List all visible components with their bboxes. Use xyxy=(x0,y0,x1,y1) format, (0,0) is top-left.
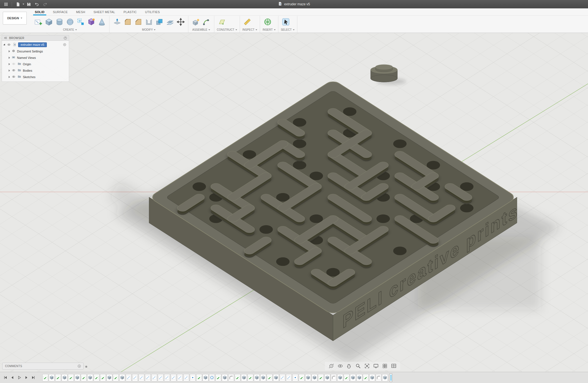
timeline-feature-sketch-36[interactable] xyxy=(267,374,273,381)
measure-tool-button[interactable] xyxy=(242,16,252,27)
browser-row-document-settings[interactable]: Document Settings xyxy=(2,48,69,54)
group-label-select[interactable]: SELECT xyxy=(281,27,295,32)
tab-mesh[interactable]: MESH xyxy=(72,8,89,15)
timeline-feature-extrude-13[interactable] xyxy=(119,374,125,381)
timeline-feature-construction-39[interactable] xyxy=(286,374,292,381)
timeline-feature-extrude-11[interactable] xyxy=(106,374,112,381)
tab-solid[interactable]: SOLID xyxy=(31,8,49,15)
play-button[interactable] xyxy=(16,375,22,381)
expand-triangle-icon[interactable] xyxy=(9,57,10,59)
timeline-feature-fillet-46[interactable] xyxy=(331,374,337,381)
timeline-feature-point-40[interactable] xyxy=(292,374,298,381)
group-label-construct[interactable]: CONSTRUCT xyxy=(217,27,237,32)
timeline-feature-sketch-10[interactable] xyxy=(100,374,106,381)
timeline-feature-point-24[interactable] xyxy=(190,374,196,381)
fit-icon[interactable] xyxy=(363,363,371,369)
activate-component-icon[interactable] xyxy=(63,43,67,47)
visibility-eye-icon[interactable] xyxy=(11,75,16,79)
timeline-feature-sketch-12[interactable] xyxy=(113,374,119,381)
timeline-feature-sketch-48[interactable] xyxy=(344,374,349,381)
timeline-feature-construction-14[interactable] xyxy=(126,374,132,381)
combine-tool-button[interactable] xyxy=(154,16,164,27)
timeline-position-marker[interactable] xyxy=(389,374,392,382)
expand-triangle-icon[interactable] xyxy=(9,69,10,72)
timeline-feature-extrude-8[interactable] xyxy=(87,374,93,381)
timeline-feature-sketch-44[interactable] xyxy=(318,374,324,381)
timeline-feature-extrude-52[interactable] xyxy=(369,374,375,381)
press-pull-tool-button[interactable] xyxy=(112,16,122,27)
fillet-tool-button[interactable] xyxy=(123,16,133,27)
timeline-feature-extrude-26[interactable] xyxy=(203,374,208,381)
create-sketch-tool-button[interactable] xyxy=(33,16,43,27)
browser-header[interactable]: BROWSER xyxy=(2,35,69,41)
collapse-panel-icon[interactable] xyxy=(4,36,7,40)
comments-resize-handle[interactable] xyxy=(85,366,87,368)
browser-row-extruder-maze-v5[interactable]: extruder maze v5 xyxy=(2,42,69,48)
pattern-tool-button[interactable] xyxy=(76,16,86,27)
step-forward-button[interactable] xyxy=(23,375,29,381)
puck-body[interactable] xyxy=(371,64,406,85)
chevron-down-icon[interactable] xyxy=(23,4,24,5)
browser-row-named-views[interactable]: Named Views xyxy=(2,54,69,61)
timeline-feature-construction-17[interactable] xyxy=(145,374,151,381)
timeline-feature-sketch-41[interactable] xyxy=(299,374,305,381)
timeline-feature-sketch-33[interactable] xyxy=(247,374,253,381)
timeline-feature-extrude-47[interactable] xyxy=(337,374,343,381)
zoom-icon[interactable] xyxy=(354,363,362,369)
timeline-feature-sketch-31[interactable] xyxy=(235,374,240,381)
group-label-insert[interactable]: INSERT xyxy=(263,27,276,32)
group-label-modify[interactable]: MODIFY xyxy=(112,27,186,32)
sphere-tool-button[interactable] xyxy=(65,16,75,27)
browser-item-label[interactable]: Sketches xyxy=(23,75,35,79)
browser-item-label[interactable]: Origin xyxy=(23,62,31,66)
offset-face-tool-button[interactable] xyxy=(165,16,175,27)
tab-sheet-metal[interactable]: SHEET METAL xyxy=(89,8,120,15)
timeline-feature-extrude-32[interactable] xyxy=(241,374,247,381)
comments-options-icon[interactable] xyxy=(78,365,81,368)
group-label-assemble[interactable]: ASSEMBLE xyxy=(191,27,212,32)
step-back-button[interactable] xyxy=(9,375,15,381)
tab-utilities[interactable]: UTILITIES xyxy=(141,8,164,15)
expand-triangle-icon[interactable] xyxy=(3,44,6,46)
new-component-tool-button[interactable] xyxy=(191,16,201,27)
timeline-feature-extrude-35[interactable] xyxy=(260,374,266,381)
grid-layout-icon[interactable] xyxy=(381,363,388,369)
timeline-feature-construction-15[interactable] xyxy=(132,374,138,381)
timeline-feature-extrude-43[interactable] xyxy=(312,374,317,381)
joint-tool-button[interactable] xyxy=(201,16,212,27)
timeline-feature-construction-21[interactable] xyxy=(171,374,176,381)
visibility-eye-icon[interactable] xyxy=(11,69,16,73)
save-icon[interactable] xyxy=(25,1,32,7)
timeline-feature-extrude-34[interactable] xyxy=(254,374,260,381)
shell-tool-button[interactable] xyxy=(144,16,154,27)
chamfer-tool-button[interactable] xyxy=(133,16,143,27)
timeline-feature-construction-22[interactable] xyxy=(177,374,183,381)
file-icon[interactable] xyxy=(14,1,21,7)
timeline-feature-fillet-30[interactable] xyxy=(228,374,234,381)
select-cursor-tool-button[interactable] xyxy=(281,16,291,27)
timeline-feature-sketch-5[interactable] xyxy=(68,374,74,381)
tab-surface[interactable]: SURFACE xyxy=(49,8,72,15)
construction-plane-tool-button[interactable] xyxy=(217,16,227,27)
browser-options-icon[interactable] xyxy=(64,37,67,40)
timeline-feature-construction-23[interactable] xyxy=(183,374,189,381)
group-label-create[interactable]: CREATE xyxy=(33,27,107,32)
timeline-feature-sketch-28[interactable] xyxy=(215,374,221,381)
visibility-eye-icon[interactable] xyxy=(7,43,11,47)
timeline-feature-extrude-42[interactable] xyxy=(305,374,311,381)
browser-item-label[interactable]: Named Views xyxy=(17,56,36,59)
display-settings-icon[interactable] xyxy=(372,363,380,369)
browser-row-bodies[interactable]: Bodies xyxy=(2,67,69,74)
browser-item-label[interactable]: extruder maze v5 xyxy=(18,42,47,47)
timeline-feature-sketch-7[interactable] xyxy=(81,374,87,381)
cone-tool-button[interactable] xyxy=(97,16,107,27)
timeline-feature-extrude-4[interactable] xyxy=(62,374,67,381)
cylinder-tool-button[interactable] xyxy=(54,16,64,27)
group-label-inspect[interactable]: INSPECT xyxy=(242,27,257,32)
pan-icon[interactable] xyxy=(346,363,353,369)
timeline-feature-extrude-6[interactable] xyxy=(74,374,80,381)
viewport-canvas[interactable]: PELI creative prints xyxy=(0,0,588,383)
skip-start-button[interactable] xyxy=(2,375,8,381)
look-at-icon[interactable] xyxy=(337,363,344,369)
expand-triangle-icon[interactable] xyxy=(9,50,10,52)
